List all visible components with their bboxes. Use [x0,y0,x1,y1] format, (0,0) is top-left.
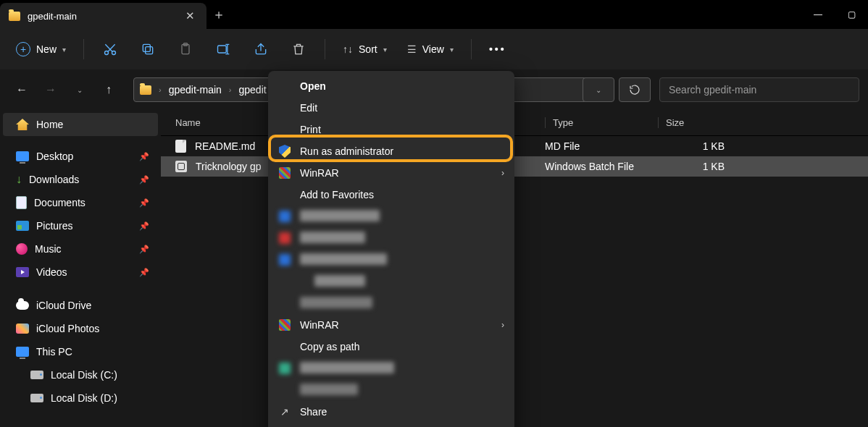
drive-icon [30,371,43,379]
column-size[interactable]: Size [658,117,727,128]
column-headers[interactable]: Name Type Size [161,110,868,136]
plus-circle-icon: + [16,42,30,56]
folder-icon [140,85,151,95]
rename-icon[interactable] [207,35,239,64]
svg-rect-6 [218,46,227,53]
pin-icon: 📌 [139,175,149,185]
sidebar-item-label: This PC [36,346,149,358]
forward-button[interactable]: → [38,77,64,103]
svg-rect-3 [143,44,150,51]
ctx-redacted[interactable] [268,292,514,314]
new-button[interactable]: + New ▾ [9,38,73,61]
shield-icon [279,145,291,158]
sidebar-item-downloads[interactable]: ↓ Downloads 📌 [3,168,158,191]
sort-button[interactable]: ↑↓ Sort ▾ [335,39,394,59]
sidebar-item-videos[interactable]: Videos 📌 [3,261,158,284]
titlebar: gpedit-main ✕ ＋ ― ▢ [0,0,868,29]
sidebar-item-label: Documents [34,197,132,208]
ctx-edit[interactable]: Edit [268,97,514,119]
sidebar-item-icloud-drive[interactable]: iCloud Drive [3,294,158,317]
ctx-redacted[interactable] [268,206,514,227]
share-icon[interactable] [245,35,277,64]
file-row[interactable]: README.md MD File 1 KB [161,136,868,156]
ctx-copy-path[interactable]: Copy as path [268,336,514,358]
more-button[interactable]: ••• [482,35,514,64]
ctx-run-as-admin[interactable]: Run as administrator [268,140,514,162]
ctx-power-rename[interactable]: PowerRename [268,423,514,427]
ctx-open[interactable]: Open [268,75,514,97]
music-icon [16,243,28,255]
svg-point-0 [105,51,109,55]
back-button[interactable]: ← [9,77,35,103]
ctx-winrar-2[interactable]: WinRAR› [268,314,514,336]
search-input[interactable]: Search gpedit-main [659,77,859,102]
cut-icon[interactable] [94,35,126,64]
sidebar-item-music[interactable]: Music 📌 [3,237,158,261]
content-area: Name Type Size README.md MD File 1 KB Tr… [161,110,868,427]
videos-icon [16,267,29,277]
view-button[interactable]: ☰ View ▾ [400,39,461,59]
share-icon: ↗ [278,405,291,418]
sidebar-item-local-disk-c[interactable]: Local Disk (C:) [3,363,158,386]
window-tab[interactable]: gpedit-main ✕ [0,3,206,29]
copy-icon[interactable] [132,35,164,64]
paste-icon[interactable] [170,35,201,64]
home-icon [16,119,29,130]
pin-icon: 📌 [139,152,149,161]
ctx-add-favorites[interactable]: Add to Favorites [268,184,514,206]
chevron-right-icon: › [159,85,162,94]
sidebar-item-pictures[interactable]: Pictures 📌 [3,214,158,237]
chevron-right-icon: › [501,320,504,330]
winrar-icon [279,167,291,179]
pc-icon [16,347,29,357]
refresh-button[interactable] [619,77,651,102]
ctx-share[interactable]: ↗Share [268,401,514,423]
ctx-redacted[interactable] [268,271,514,292]
pin-icon: 📌 [139,221,149,231]
recent-button[interactable]: ⌄ [67,77,93,103]
maximize-button[interactable]: ▢ [835,9,868,20]
sidebar-item-desktop[interactable]: Desktop 📌 [3,145,158,168]
delete-icon[interactable] [283,35,314,64]
ctx-redacted[interactable] [268,379,514,401]
sidebar-item-local-disk-d[interactable]: Local Disk (D:) [3,386,158,410]
chevron-down-icon: ▾ [450,46,454,54]
sidebar-item-icloud-photos[interactable]: iCloud Photos [3,317,158,340]
ctx-winrar[interactable]: WinRAR› [268,162,514,184]
file-icon [175,140,186,153]
ctx-print[interactable]: Print [268,119,514,140]
file-row-selected[interactable]: Tricknology gp Windows Batch File 1 KB [161,156,868,177]
breadcrumb-seg[interactable]: gpedit-main [169,84,222,96]
chevron-right-icon: › [501,168,504,178]
file-size: 1 KB [667,161,725,172]
sidebar-item-label: Local Disk (C:) [51,369,149,381]
up-button[interactable]: ↑ [96,77,122,103]
file-size: 1 KB [667,140,725,152]
new-tab-button[interactable]: ＋ [206,6,231,23]
address-history-button[interactable]: ⌄ [583,77,614,102]
minimize-button[interactable]: ― [801,9,835,20]
pin-icon: 📌 [139,198,149,208]
batch-file-icon [175,161,187,172]
sidebar-item-label: Downloads [29,174,132,185]
sidebar-item-label: Local Disk (D:) [51,392,149,404]
new-label: New [36,43,57,55]
close-tab-icon[interactable]: ✕ [181,8,199,24]
view-icon: ☰ [407,43,417,55]
file-type: MD File [545,140,658,152]
pin-icon: 📌 [139,245,149,254]
column-type[interactable]: Type [545,117,658,128]
ctx-redacted[interactable] [268,227,514,249]
breadcrumb-seg[interactable]: gpedit [239,84,267,96]
ctx-redacted[interactable] [268,358,514,379]
context-menu: Open Edit Print Run as administrator Win… [268,71,514,427]
ctx-redacted[interactable] [268,249,514,271]
sidebar-home[interactable]: Home [3,113,158,136]
sidebar-item-label: iCloud Photos [36,323,149,334]
sidebar-item-this-pc[interactable]: This PC [3,340,158,363]
chevron-down-icon: ▾ [383,46,387,54]
downloads-icon: ↓ [16,173,22,186]
sidebar-item-documents[interactable]: Documents 📌 [3,191,158,214]
winrar-icon [279,319,291,331]
cloud-icon [16,301,29,310]
